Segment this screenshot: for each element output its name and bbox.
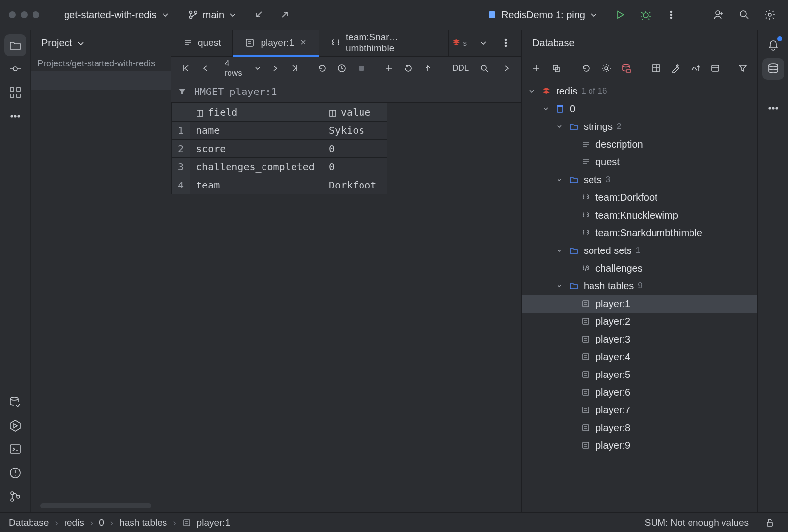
breadcrumb-item[interactable]: redis — [64, 517, 84, 528]
cell-field[interactable]: challenges_completed — [190, 158, 323, 176]
tree-group-hash-tables[interactable]: hash tables 9 — [522, 277, 757, 295]
tree-key-player-9[interactable]: player:9 — [522, 437, 757, 454]
close-tab-button[interactable] — [300, 37, 307, 48]
open-console-button[interactable] — [706, 59, 724, 78]
tree-group-sorted-sets[interactable]: sorted sets 1 — [522, 242, 757, 259]
cell-value[interactable]: 0 — [323, 158, 387, 176]
query-text[interactable]: HMGET player:1 — [194, 86, 277, 97]
project-selected-row[interactable] — [31, 71, 171, 90]
notifications-button[interactable] — [762, 34, 784, 56]
tree-group-strings[interactable]: strings 2 — [522, 118, 757, 135]
push-button[interactable] — [275, 5, 294, 24]
table-row[interactable]: 1nameSykios — [172, 122, 387, 140]
tree-key-team-dorkfoot[interactable]: team:Dorkfoot — [522, 188, 757, 206]
cell-field[interactable]: name — [190, 122, 323, 140]
breadcrumb-item[interactable]: player:1 — [197, 517, 230, 528]
submit-button[interactable] — [420, 59, 436, 78]
tree-datasource-redis[interactable]: redis 1 of 16 — [522, 82, 757, 100]
more-tools-button[interactable] — [4, 105, 26, 127]
more-right-tools-button[interactable] — [762, 97, 784, 119]
ddl-button[interactable]: DDL — [448, 63, 473, 73]
table-row[interactable]: 4teamDorkfoot — [172, 176, 387, 194]
tree-key-quest[interactable]: quest — [522, 153, 757, 171]
run-config-dropdown[interactable]: RedisDemo 1: ping — [482, 6, 604, 24]
lock-button[interactable] — [760, 513, 779, 532]
more-actions-button[interactable] — [662, 5, 681, 24]
project-tool-button[interactable] — [4, 34, 26, 56]
services-tool-button[interactable] — [4, 415, 26, 437]
code-with-me-button[interactable] — [709, 5, 728, 24]
table-row[interactable]: 2score0 — [172, 140, 387, 158]
edit-button[interactable] — [667, 59, 685, 78]
disconnect-button[interactable] — [617, 59, 635, 78]
project-dropdown[interactable]: get-started-with-redis — [58, 6, 175, 24]
datasource-properties-button[interactable] — [597, 59, 615, 78]
commit-tool-button[interactable] — [4, 58, 26, 80]
window-controls[interactable] — [9, 11, 39, 18]
result-table[interactable]: field value 1nameSykios 2score0 3challen… — [171, 103, 387, 194]
tree-key-player-2[interactable]: player:2 — [522, 313, 757, 330]
duplicate-button[interactable] — [547, 59, 565, 78]
debug-button[interactable] — [636, 5, 655, 24]
reload-button[interactable] — [314, 59, 330, 78]
breadcrumb-item[interactable]: Database — [9, 517, 49, 528]
col-field[interactable]: field — [190, 103, 323, 122]
tab-quest[interactable]: quest — [171, 30, 233, 56]
tab-team-snark[interactable]: team:Snar…umbthimble — [319, 30, 448, 56]
tree-key-player-8[interactable]: player:8 — [522, 419, 757, 437]
filter-button[interactable] — [734, 59, 752, 78]
jump-to-console-button[interactable] — [687, 59, 704, 78]
vcs-tool-button[interactable] — [4, 486, 26, 507]
cell-field[interactable]: team — [190, 176, 323, 194]
tree-key-team-snark[interactable]: team:Snarkdumbthimble — [522, 224, 757, 242]
stop-button[interactable] — [353, 59, 370, 78]
cell-value[interactable]: 0 — [323, 140, 387, 158]
database-rail-button[interactable] — [762, 58, 784, 80]
scrollbar-horizontal[interactable] — [40, 503, 151, 508]
tree-key-player-1[interactable]: player:1 — [522, 295, 757, 313]
last-page-button[interactable] — [287, 59, 303, 78]
tree-db-0[interactable]: 0 — [522, 100, 757, 118]
problems-tool-button[interactable] — [4, 462, 26, 484]
cell-field[interactable]: score — [190, 140, 323, 158]
tab-list-dropdown[interactable] — [474, 33, 492, 52]
tree-key-player-3[interactable]: player:3 — [522, 330, 757, 348]
terminal-tool-button[interactable] — [4, 438, 26, 460]
row-count-dropdown[interactable]: 4 rows — [217, 58, 264, 79]
revert-button[interactable] — [400, 59, 417, 78]
project-panel-header[interactable]: Project — [31, 30, 171, 57]
settings-button[interactable] — [760, 5, 779, 24]
tab-player-1[interactable]: player:1 — [233, 30, 319, 56]
breadcrumb-item[interactable]: hash tables — [119, 517, 167, 528]
first-page-button[interactable] — [177, 59, 194, 78]
breadcrumb-item[interactable]: 0 — [99, 517, 104, 528]
search-everywhere-button[interactable] — [735, 5, 754, 24]
tree-key-player-4[interactable]: player:4 — [522, 348, 757, 366]
table-view-button[interactable] — [647, 59, 665, 78]
expand-toolbar-button[interactable] — [498, 59, 515, 78]
col-value[interactable]: value — [323, 103, 387, 122]
incoming-changes-button[interactable] — [250, 5, 268, 24]
branch-dropdown[interactable]: main — [182, 6, 243, 24]
col-index[interactable] — [172, 103, 190, 122]
refresh-button[interactable] — [577, 59, 595, 78]
auto-refresh-button[interactable] — [333, 59, 350, 78]
run-button[interactable] — [611, 5, 629, 24]
prev-page-button[interactable] — [197, 59, 214, 78]
datasource-indicator[interactable]: s — [449, 33, 470, 52]
search-grid-button[interactable] — [476, 59, 492, 78]
tab-more-button[interactable] — [496, 33, 515, 52]
tree-group-sets[interactable]: sets 3 — [522, 171, 757, 188]
tree-key-player-7[interactable]: player:7 — [522, 401, 757, 419]
database-tool-bottom[interactable] — [4, 391, 26, 413]
cell-value[interactable]: Dorkfoot — [323, 176, 387, 194]
tree-key-player-6[interactable]: player:6 — [522, 383, 757, 401]
tree-key-description[interactable]: description — [522, 135, 757, 153]
add-row-button[interactable] — [380, 59, 397, 78]
next-page-button[interactable] — [267, 59, 284, 78]
tree-key-player-5[interactable]: player:5 — [522, 366, 757, 383]
new-datasource-button[interactable] — [527, 59, 545, 78]
structure-tool-button[interactable] — [4, 82, 26, 103]
table-row[interactable]: 3challenges_completed0 — [172, 158, 387, 176]
cell-value[interactable]: Sykios — [323, 122, 387, 140]
